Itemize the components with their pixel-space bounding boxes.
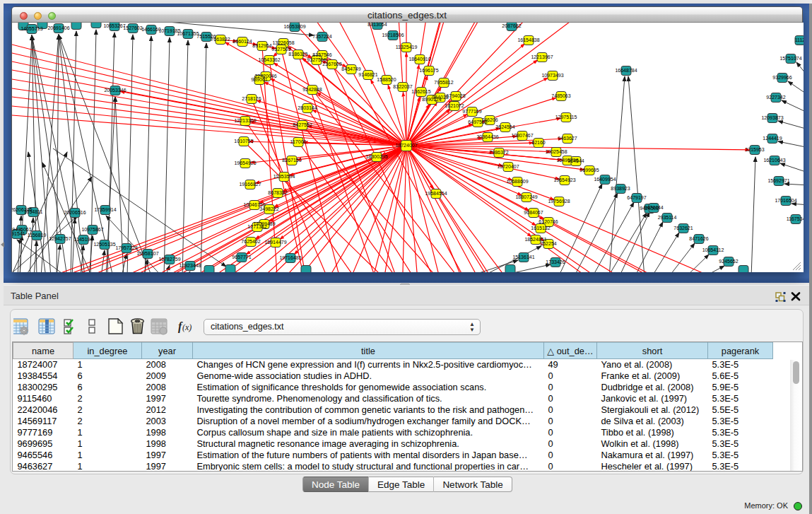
svg-text:8157546: 8157546 [312, 52, 331, 57]
svg-text:10973493: 10973493 [541, 73, 563, 78]
svg-text:9227342: 9227342 [766, 95, 785, 100]
svg-text:12505135: 12505135 [93, 242, 115, 247]
svg-text:16409954: 16409954 [594, 177, 616, 182]
svg-text:19654925: 19654925 [234, 160, 256, 165]
svg-text:11353594: 11353594 [273, 174, 295, 179]
svg-text:1362615: 1362615 [411, 89, 430, 94]
svg-text:2803144: 2803144 [298, 105, 317, 110]
svg-text:7955812: 7955812 [434, 80, 453, 85]
svg-text:16648784: 16648784 [615, 68, 637, 73]
svg-text:8813054: 8813054 [367, 23, 387, 27]
svg-text:1588520: 1588520 [377, 77, 396, 82]
svg-text:19584554: 19584554 [425, 191, 447, 196]
svg-text:8454749: 8454749 [341, 66, 360, 71]
svg-text:9463627: 9463627 [558, 136, 577, 141]
svg-text:10958107: 10958107 [136, 251, 158, 256]
svg-text:15136141: 15136141 [512, 255, 534, 259]
svg-text:11325419: 11325419 [396, 45, 418, 49]
svg-text:252254: 252254 [540, 241, 556, 246]
svg-text:7986372: 7986372 [489, 150, 508, 155]
svg-text:18640910: 18640910 [408, 57, 430, 62]
svg-text:7632621: 7632621 [673, 226, 693, 230]
svg-text:1271342: 1271342 [247, 224, 266, 229]
svg-text:17957223: 17957223 [115, 245, 137, 250]
svg-text:12975115: 12975115 [555, 115, 577, 119]
svg-text:19716485: 19716485 [279, 255, 301, 260]
svg-text:16053809: 16053809 [283, 24, 305, 29]
svg-text:964544: 964544 [567, 158, 584, 163]
svg-text:20691406: 20691406 [47, 25, 69, 30]
svg-text:62160: 62160 [531, 140, 546, 145]
svg-text:20364436: 20364436 [476, 134, 498, 139]
svg-text:6120746: 6120746 [539, 219, 558, 224]
svg-text:9242848: 9242848 [302, 87, 322, 92]
svg-text:12093873: 12093873 [761, 115, 783, 120]
svg-text:1010755: 1010755 [234, 139, 253, 144]
svg-text:8322037: 8322037 [393, 84, 412, 89]
svg-text:10975867: 10975867 [81, 227, 103, 232]
svg-text:1696175: 1696175 [419, 68, 438, 73]
svg-text:1615132: 1615132 [531, 226, 550, 230]
svg-text:1527602: 1527602 [123, 25, 142, 30]
svg-text:8427552: 8427552 [293, 122, 312, 127]
svg-text:15751074: 15751074 [779, 56, 801, 61]
svg-text:10653267: 10653267 [103, 23, 125, 28]
svg-text:8267150: 8267150 [282, 158, 301, 163]
svg-text:7625402: 7625402 [241, 239, 260, 244]
svg-text:9329966: 9329966 [772, 75, 792, 80]
svg-text:7663822: 7663822 [211, 37, 230, 42]
svg-text:19166827: 19166827 [239, 182, 261, 187]
svg-text:16154838: 16154838 [517, 37, 539, 42]
svg-text:12942757: 12942757 [49, 236, 71, 241]
svg-text:9699695: 9699695 [579, 168, 599, 173]
svg-text:1621072: 1621072 [445, 103, 464, 108]
svg-text:117006: 117006 [290, 139, 307, 144]
svg-text:1112: 1112 [795, 37, 804, 42]
svg-text:13226058: 13226058 [272, 40, 294, 45]
svg-text:1733426: 1733426 [546, 259, 565, 264]
svg-text:18724007: 18724007 [395, 143, 417, 148]
svg-text:989061: 989061 [251, 77, 267, 82]
svg-text:12923448: 12923448 [179, 263, 201, 268]
svg-text:991541: 991541 [12, 231, 25, 236]
svg-text:8938923: 8938923 [611, 186, 630, 191]
svg-text:6794028: 6794028 [446, 93, 465, 98]
svg-text:3624554: 3624554 [495, 124, 514, 129]
svg-text:2935114: 2935114 [658, 215, 677, 220]
svg-text:10654112: 10654112 [702, 247, 724, 252]
svg-text:18807249: 18807249 [515, 194, 537, 199]
svg-text:14055713: 14055713 [20, 26, 42, 31]
svg-text:9657771: 9657771 [232, 255, 251, 259]
svg-text:10543362: 10543362 [258, 57, 280, 62]
svg-text:9327505: 9327505 [271, 47, 290, 52]
svg-text:17016504: 17016504 [775, 198, 796, 203]
svg-text:8186325: 8186325 [288, 52, 307, 57]
svg-text:2718176: 2718176 [242, 96, 261, 101]
svg-text:20206516: 20206516 [64, 210, 86, 215]
svg-text:1167534: 1167534 [787, 216, 804, 221]
svg-text:10025458: 10025458 [545, 149, 567, 154]
svg-text:746206: 746206 [481, 117, 498, 122]
svg-text:8912954: 8912954 [252, 43, 271, 48]
svg-text:2367608: 2367608 [322, 62, 341, 66]
svg-text:2087682: 2087682 [502, 23, 521, 28]
svg-text:17359914: 17359914 [94, 207, 116, 212]
svg-text:1054811: 1054811 [24, 209, 43, 214]
svg-text:16914479: 16914479 [264, 240, 286, 245]
svg-text:18300295: 18300295 [365, 154, 387, 159]
svg-text:9777169: 9777169 [462, 109, 481, 114]
svg-text:1145194: 1145194 [74, 237, 93, 242]
svg-text:9084067: 9084067 [524, 210, 543, 215]
svg-text:3215953: 3215953 [745, 147, 764, 152]
svg-text:19654923: 19654923 [553, 177, 575, 182]
svg-text:9245652: 9245652 [719, 259, 738, 264]
svg-text:19218506: 19218506 [382, 33, 404, 37]
svg-text:10807467: 10807467 [511, 133, 533, 138]
svg-text:(x): (x) [182, 322, 192, 332]
svg-text:16210643: 16210643 [763, 158, 785, 163]
svg-text:8471626: 8471626 [689, 236, 708, 241]
svg-text:10671355: 10671355 [177, 31, 199, 36]
svg-text:15692971: 15692971 [767, 178, 789, 183]
svg-text:10688609: 10688609 [506, 179, 528, 184]
svg-text:19756928: 19756928 [548, 199, 570, 204]
